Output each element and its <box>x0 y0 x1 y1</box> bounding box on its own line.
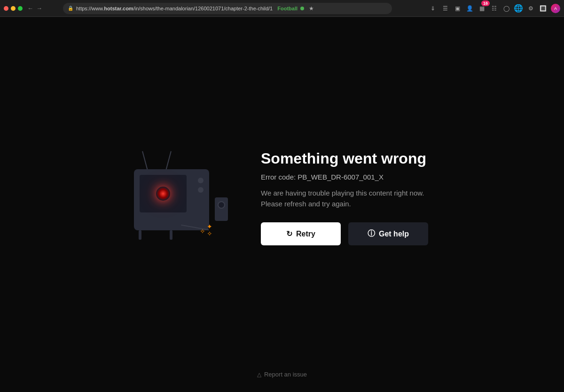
extension-icon[interactable]: 🌐 <box>514 4 523 13</box>
error-title: Something went wrong <box>261 149 439 167</box>
retry-button[interactable]: ↻ Retry <box>261 222 341 245</box>
error-text-panel: Something went wrong Error code: PB_WEB_… <box>261 149 439 246</box>
maximize-dot[interactable] <box>18 6 23 11</box>
page-content: ✧ ✦ ✧ Something went wrong Error code: P… <box>0 17 564 392</box>
power-icon[interactable]: ◯ <box>502 4 510 13</box>
tv-body <box>134 169 209 230</box>
error-container: ✧ ✦ ✧ Something went wrong Error code: P… <box>125 149 439 246</box>
account-icon[interactable]: 👤 <box>465 4 474 13</box>
lock-icon: 🔒 <box>68 6 73 11</box>
tv-screen <box>140 175 187 212</box>
browser-chrome: ← → 🔒 https://www.hotstar.com/in/shows/t… <box>0 0 564 17</box>
stats-icon[interactable]: ☰ <box>441 4 449 13</box>
speaker <box>215 197 228 221</box>
window-controls <box>4 6 23 11</box>
tv-leg-right <box>170 230 172 240</box>
star-icon[interactable]: ★ <box>309 5 314 12</box>
spark-3: ✧ <box>207 230 212 237</box>
url-text: https://www.hotstar.com/in/shows/the-man… <box>76 6 273 11</box>
warning-icon: △ <box>257 371 261 378</box>
settings-icon[interactable]: ⚙ <box>526 4 535 13</box>
spark-2: ✦ <box>207 223 212 230</box>
tv-controls <box>198 178 204 193</box>
tv-illustration: ✧ ✦ ✧ <box>125 150 233 244</box>
help-icon: ⓘ <box>368 229 375 239</box>
view-icon[interactable]: ▣ <box>453 4 462 13</box>
toolbar-right: ⇓ ☰ ▣ 👤 ▦ 16 ☷ ◯ 🌐 ⚙ 🔳 A <box>429 4 560 13</box>
retry-label: Retry <box>296 230 315 238</box>
get-help-button[interactable]: ⓘ Get help <box>348 222 428 245</box>
report-issue-link[interactable]: △ Report an issue <box>257 371 307 378</box>
retry-icon: ↻ <box>286 229 292 238</box>
apps-icon[interactable]: ☷ <box>490 4 498 13</box>
speaker-circle <box>218 201 225 209</box>
back-icon[interactable]: ← <box>27 5 33 12</box>
nav-controls: ← → <box>27 5 42 12</box>
tv-leg-left <box>139 230 141 240</box>
tabs-icon[interactable]: ▦ 16 <box>478 4 486 13</box>
screen-glow <box>156 187 170 201</box>
spark-1: ✧ <box>200 227 205 235</box>
address-bar[interactable]: 🔒 https://www.hotstar.com/in/shows/the-m… <box>63 3 392 14</box>
tab-count-badge: 16 <box>481 0 490 6</box>
error-buttons: ↻ Retry ⓘ Get help <box>261 222 439 245</box>
tv-legs <box>139 230 172 240</box>
close-dot[interactable] <box>4 6 8 11</box>
football-label: Football <box>277 6 298 11</box>
report-issue-label: Report an issue <box>264 371 307 378</box>
error-description: We are having trouble playing this conte… <box>261 188 439 210</box>
puzzle-icon[interactable]: 🔳 <box>539 4 547 13</box>
tv-button-2 <box>198 187 204 193</box>
profile-avatar[interactable]: A <box>551 4 560 13</box>
download-icon[interactable]: ⇓ <box>429 4 437 13</box>
get-help-label: Get help <box>379 230 409 238</box>
minimize-dot[interactable] <box>11 6 16 11</box>
forward-icon[interactable]: → <box>36 5 42 12</box>
error-code: Error code: PB_WEB_DR-6007_001_X <box>261 173 439 181</box>
tv-button-1 <box>198 178 204 183</box>
live-dot <box>300 7 304 10</box>
